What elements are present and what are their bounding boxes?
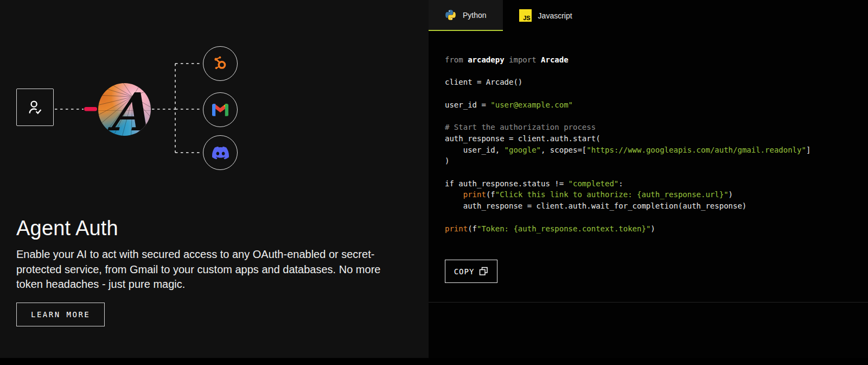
agent-auth-section: A: [0, 0, 429, 358]
copy-label: COPY: [454, 267, 475, 276]
user-check-icon: [25, 97, 46, 118]
copy-icon: [479, 267, 488, 276]
page: A: [0, 0, 868, 365]
section-description: Enable your AI to act with secured acces…: [16, 247, 393, 292]
discord-icon: [212, 144, 229, 161]
tab-javascript[interactable]: JS Javascript: [503, 0, 589, 31]
pulse-dash: [84, 107, 97, 111]
tab-label: Javascript: [538, 11, 572, 20]
hubspot-icon: [212, 55, 229, 72]
python-icon: [445, 9, 456, 21]
gmail-icon: [212, 104, 228, 116]
arcade-logo-letter: A: [108, 86, 148, 136]
language-tabbar: Python JS Javascript: [429, 0, 868, 31]
bottom-edge: [0, 358, 868, 365]
service-circle-discord: [203, 135, 238, 170]
code-panel: Python JS Javascript from arcadepy impor…: [429, 0, 868, 365]
page-title: Agent Auth: [16, 217, 118, 240]
javascript-icon: JS: [519, 9, 532, 22]
service-circle-hubspot: [203, 46, 238, 81]
arcade-logo: A: [98, 83, 151, 136]
code-block: from arcadepy import Arcade client = Arc…: [445, 54, 868, 234]
tab-python[interactable]: Python: [429, 0, 503, 31]
copy-button[interactable]: COPY: [445, 260, 497, 283]
code-area: from arcadepy import Arcade client = Arc…: [429, 31, 868, 303]
service-circle-gmail: [203, 92, 238, 127]
tab-label: Python: [463, 11, 487, 20]
user-box: [16, 89, 54, 126]
learn-more-button[interactable]: LEARN MORE: [16, 303, 105, 326]
auth-flow-diagram: A: [0, 0, 271, 185]
